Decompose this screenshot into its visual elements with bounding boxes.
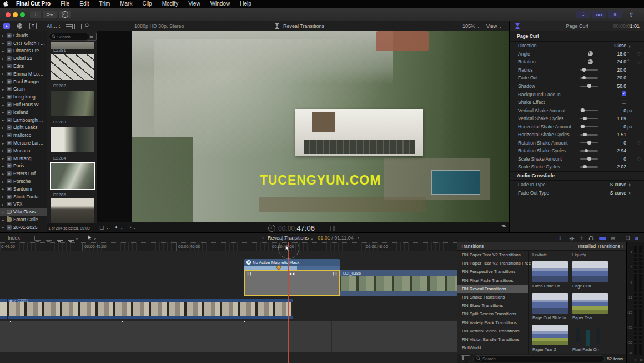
param-value[interactable]: -18.0 bbox=[600, 51, 626, 57]
previous-project-icon[interactable]: ‹ bbox=[262, 235, 264, 241]
filmstrip-view-icon[interactable] bbox=[66, 24, 73, 29]
import-media-button[interactable]: ↓ bbox=[30, 11, 41, 18]
disclosure-icon[interactable] bbox=[2, 202, 7, 206]
sidebar-item-dirtwars[interactable]: Dirtwars Fre… bbox=[0, 47, 47, 55]
fade-out-type-popup[interactable]: S-curve bbox=[600, 190, 626, 196]
transition-cell-label[interactable]: Levitate bbox=[532, 252, 547, 257]
connect-edit-icon[interactable] bbox=[34, 236, 41, 241]
keyframe-button[interactable] bbox=[635, 156, 641, 161]
close-window-button[interactable] bbox=[6, 12, 11, 17]
transition-cell-label[interactable]: Pixel Fade On bbox=[572, 347, 599, 352]
sidebar-item-peters-huf[interactable]: Peters Huf… bbox=[0, 170, 47, 177]
menu-trim[interactable]: Trim bbox=[94, 0, 115, 8]
clip-appearance-icon[interactable]: ❏ bbox=[626, 236, 630, 241]
param-value[interactable]: 1.89 bbox=[600, 116, 626, 121]
disclosure-icon[interactable] bbox=[2, 79, 7, 83]
transition-thumbnail[interactable] bbox=[532, 293, 568, 314]
category-item[interactable]: RN Split Screen Transitions bbox=[457, 310, 528, 318]
fade-in-type-popup[interactable]: S-curve bbox=[600, 182, 626, 187]
sidebar-item-porsche[interactable]: Porsche bbox=[0, 177, 47, 185]
param-value[interactable]: 50.0 bbox=[600, 83, 626, 89]
sidebar-item-huf-haus[interactable]: Huf Haus W… bbox=[0, 101, 47, 108]
param-value[interactable]: 20.0 bbox=[600, 67, 626, 73]
next-project-icon[interactable]: › bbox=[358, 235, 359, 241]
param-value[interactable]: -24.0 bbox=[600, 59, 626, 64]
param-value[interactable]: 0 bbox=[600, 124, 626, 130]
angle-dial[interactable] bbox=[588, 51, 593, 56]
background-fade-in-checkbox[interactable] bbox=[622, 91, 627, 96]
clip-thumbnail[interactable] bbox=[51, 91, 94, 116]
sidebar-item-grain[interactable]: Grain bbox=[0, 86, 47, 93]
viewer-view-popup[interactable]: View bbox=[486, 23, 502, 29]
menu-mark[interactable]: Mark bbox=[115, 0, 137, 8]
sidebar-item-vfx[interactable]: VFX bbox=[0, 201, 47, 208]
category-item[interactable]: RN Pixel Fade Transitions bbox=[457, 276, 528, 285]
timeline-ruler[interactable] bbox=[0, 242, 457, 251]
sidebar-item-28-01-2025[interactable]: 28-01-2025 bbox=[0, 223, 47, 231]
skimming-toggle-icon[interactable] bbox=[599, 237, 606, 240]
rotation-dial[interactable] bbox=[588, 59, 593, 64]
h-shake-cycles-slider[interactable] bbox=[580, 134, 598, 136]
category-item[interactable]: RN Skew Transitions bbox=[457, 301, 528, 310]
browser-toggle-button[interactable]: ⠿ bbox=[576, 11, 590, 18]
transition-cell-label[interactable]: Luma Fade On bbox=[532, 284, 560, 289]
sidebar-item-monaco[interactable]: Monaco bbox=[0, 147, 47, 155]
transition-thumbnail[interactable] bbox=[532, 261, 568, 282]
transition-cell-label[interactable]: Paper Tear 2 bbox=[532, 347, 556, 352]
overwrite-edit-icon[interactable] bbox=[68, 236, 74, 241]
fade-out-slider[interactable] bbox=[580, 77, 598, 79]
play-button[interactable] bbox=[268, 225, 275, 232]
transition-thumbnail[interactable] bbox=[532, 325, 568, 345]
disclosure-icon[interactable] bbox=[2, 41, 7, 45]
disclosure-icon[interactable] bbox=[2, 180, 7, 183]
transition-cell-label[interactable]: Paper Tear bbox=[572, 315, 593, 320]
timeline-toggle-button[interactable]: ••• bbox=[592, 11, 606, 18]
sidebar-item-stock-footage[interactable]: Stock Foota… bbox=[0, 193, 47, 201]
shake-effect-checkbox[interactable] bbox=[622, 100, 627, 105]
disclosure-icon[interactable] bbox=[2, 156, 7, 160]
timeline-clip-fragment[interactable] bbox=[0, 299, 7, 319]
share-button[interactable]: ⇧ bbox=[625, 11, 637, 18]
browser-search-icon[interactable] bbox=[85, 23, 90, 29]
disclosure-icon[interactable] bbox=[2, 187, 7, 191]
category-item[interactable]: RN Perspective Transitions bbox=[457, 267, 528, 276]
solo-headphones-icon[interactable] bbox=[588, 235, 594, 241]
minimize-window-button[interactable] bbox=[13, 12, 18, 17]
tool-selector[interactable] bbox=[88, 235, 97, 241]
inspector-toggle-button[interactable]: ≡ bbox=[608, 11, 622, 18]
category-item-selected[interactable]: RN Reveal Transitions bbox=[457, 285, 528, 293]
category-item[interactable]: RN Variety Pack Transitions bbox=[457, 319, 528, 327]
video-frame[interactable]: TUCENGYUN.COM bbox=[132, 31, 509, 222]
clip-thumbnail[interactable] bbox=[51, 198, 94, 223]
viewer-zoom-popup[interactable]: 105% bbox=[462, 23, 480, 29]
disclosure-icon[interactable] bbox=[2, 141, 7, 145]
disclosure-icon[interactable] bbox=[2, 118, 7, 122]
sidebar-item-smart-collections[interactable]: Smart Colle… bbox=[0, 216, 47, 223]
clip-thumbnail[interactable] bbox=[51, 127, 94, 152]
category-item[interactable]: RollWorld bbox=[457, 344, 528, 352]
param-value[interactable]: 1.51 bbox=[600, 132, 626, 137]
zoom-window-button[interactable] bbox=[20, 12, 25, 17]
index-button[interactable]: Index bbox=[8, 235, 20, 241]
disclosure-icon[interactable] bbox=[2, 57, 7, 61]
disclosure-icon[interactable] bbox=[2, 164, 7, 168]
disclosure-icon[interactable] bbox=[2, 172, 7, 176]
h-shake-amount-slider[interactable] bbox=[580, 126, 598, 127]
insert-edit-icon[interactable] bbox=[46, 236, 52, 241]
sidebar-item-light-leaks[interactable]: Light Leaks bbox=[0, 124, 47, 132]
param-value[interactable]: 2.02 bbox=[600, 164, 626, 170]
param-value[interactable]: 0 bbox=[600, 108, 626, 113]
category-item[interactable]: RN Paper Tear V2 Transitions bbox=[457, 251, 528, 259]
disclosure-icon[interactable] bbox=[2, 148, 7, 152]
disclosure-icon[interactable] bbox=[2, 225, 7, 229]
menu-edit[interactable]: Edit bbox=[74, 0, 94, 8]
menu-app-name[interactable]: Final Cut Pro bbox=[11, 0, 56, 8]
clip-thumbnail-selected[interactable] bbox=[51, 163, 94, 189]
param-value[interactable]: 0 bbox=[600, 140, 626, 146]
crop-tool-button[interactable]: ▢ bbox=[99, 225, 109, 230]
sidebar-item-emma-m[interactable]: Emma M Lo… bbox=[0, 70, 47, 78]
category-item[interactable]: RN Paper Tear V2 Transitions Free bbox=[457, 259, 528, 267]
category-item[interactable]: RN Vision Bundle Transitions bbox=[457, 335, 528, 344]
rot-shake-amount-slider[interactable] bbox=[580, 142, 598, 144]
panel-sidebar-toggle-icon[interactable] bbox=[461, 355, 470, 362]
